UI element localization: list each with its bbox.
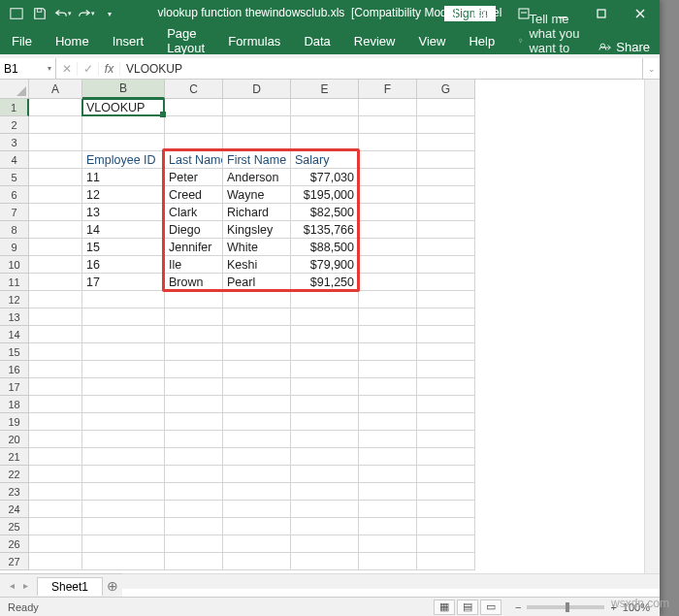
cell-D14[interactable] xyxy=(223,326,291,343)
row-header-18[interactable]: 18 xyxy=(0,396,29,413)
cell-E25[interactable] xyxy=(291,518,359,535)
cell-F15[interactable] xyxy=(359,343,417,361)
cell-G19[interactable] xyxy=(417,413,475,431)
cell-E2[interactable] xyxy=(291,116,359,134)
cell-A17[interactable] xyxy=(29,378,82,396)
cell-B12[interactable] xyxy=(82,291,165,308)
cell-C1[interactable] xyxy=(165,99,223,116)
tab-help[interactable]: Help xyxy=(457,27,506,54)
cell-A25[interactable] xyxy=(29,518,82,535)
cell-A4[interactable] xyxy=(29,151,82,169)
row-header-20[interactable]: 20 xyxy=(0,431,29,448)
tab-home[interactable]: Home xyxy=(44,27,101,54)
cell-E18[interactable] xyxy=(291,396,359,413)
cell-C10[interactable]: Ile xyxy=(165,256,223,274)
cell-G4[interactable] xyxy=(417,151,475,169)
row-header-5[interactable]: 5 xyxy=(0,169,29,186)
sheet-tab-active[interactable]: Sheet1 xyxy=(37,577,103,596)
cell-E12[interactable] xyxy=(291,291,359,308)
cell-G14[interactable] xyxy=(417,326,475,343)
cell-G17[interactable] xyxy=(417,378,475,396)
tab-formulas[interactable]: Formulas xyxy=(216,27,292,54)
cell-G3[interactable] xyxy=(417,134,475,151)
redo-button[interactable]: ▾ xyxy=(76,3,97,24)
select-all-button[interactable] xyxy=(0,80,29,99)
cell-E24[interactable] xyxy=(291,501,359,518)
cell-D10[interactable]: Keshi xyxy=(223,256,291,274)
expand-formula-bar[interactable]: ⌄ xyxy=(642,58,660,79)
cell-G2[interactable] xyxy=(417,116,475,134)
cell-G27[interactable] xyxy=(417,553,475,570)
file-tab[interactable]: File xyxy=(0,27,44,54)
cell-B18[interactable] xyxy=(82,396,165,413)
row-header-22[interactable]: 22 xyxy=(0,466,29,483)
cell-D4[interactable]: First Name xyxy=(223,151,291,169)
cell-B22[interactable] xyxy=(82,466,165,483)
cell-E8[interactable]: $135,766 xyxy=(291,221,359,239)
cell-D12[interactable] xyxy=(223,291,291,308)
cell-E15[interactable] xyxy=(291,343,359,361)
cell-A11[interactable] xyxy=(29,274,82,291)
cell-D25[interactable] xyxy=(223,518,291,535)
cell-E22[interactable] xyxy=(291,466,359,483)
cell-G12[interactable] xyxy=(417,291,475,308)
cell-G15[interactable] xyxy=(417,343,475,361)
cell-G24[interactable] xyxy=(417,501,475,518)
row-header-7[interactable]: 7 xyxy=(0,204,29,221)
cell-A12[interactable] xyxy=(29,291,82,308)
cell-G1[interactable] xyxy=(417,99,475,116)
row-header-24[interactable]: 24 xyxy=(0,501,29,518)
cell-B27[interactable] xyxy=(82,553,165,570)
cell-F14[interactable] xyxy=(359,326,417,343)
save-button[interactable] xyxy=(29,3,50,24)
cells-area[interactable]: VLOOKUPEmployee IDLast NameFirst NameSal… xyxy=(29,99,475,573)
cell-A16[interactable] xyxy=(29,361,82,378)
cell-F27[interactable] xyxy=(359,553,417,570)
cell-B8[interactable]: 14 xyxy=(82,221,165,239)
tab-insert[interactable]: Insert xyxy=(101,27,156,54)
cell-G20[interactable] xyxy=(417,431,475,448)
cell-C26[interactable] xyxy=(165,535,223,553)
column-header-B[interactable]: B xyxy=(82,80,165,99)
enter-formula-button[interactable]: ✓ xyxy=(78,62,99,76)
cell-B20[interactable] xyxy=(82,431,165,448)
cell-E19[interactable] xyxy=(291,413,359,431)
cell-C21[interactable] xyxy=(165,448,223,466)
cell-B11[interactable]: 17 xyxy=(82,274,165,291)
cell-A27[interactable] xyxy=(29,553,82,570)
row-header-12[interactable]: 12 xyxy=(0,291,29,308)
cell-G21[interactable] xyxy=(417,448,475,466)
cell-G6[interactable] xyxy=(417,186,475,204)
cell-D21[interactable] xyxy=(223,448,291,466)
cell-E17[interactable] xyxy=(291,378,359,396)
cell-A1[interactable] xyxy=(29,99,82,116)
cell-A20[interactable] xyxy=(29,431,82,448)
cell-C4[interactable]: Last Name xyxy=(165,151,223,169)
cell-G23[interactable] xyxy=(417,483,475,501)
cell-G9[interactable] xyxy=(417,239,475,256)
cell-D13[interactable] xyxy=(223,308,291,326)
row-header-19[interactable]: 19 xyxy=(0,413,29,431)
cell-B24[interactable] xyxy=(82,501,165,518)
cell-F17[interactable] xyxy=(359,378,417,396)
vertical-scrollbar[interactable] xyxy=(644,80,660,573)
cell-D8[interactable]: Kingsley xyxy=(223,221,291,239)
cell-E9[interactable]: $88,500 xyxy=(291,239,359,256)
cell-B26[interactable] xyxy=(82,535,165,553)
cell-D23[interactable] xyxy=(223,483,291,501)
cell-A3[interactable] xyxy=(29,134,82,151)
cell-D26[interactable] xyxy=(223,535,291,553)
row-header-9[interactable]: 9 xyxy=(0,239,29,256)
row-header-16[interactable]: 16 xyxy=(0,361,29,378)
name-box[interactable]: B1▾ xyxy=(0,58,56,79)
cell-A8[interactable] xyxy=(29,221,82,239)
cell-E21[interactable] xyxy=(291,448,359,466)
cell-F26[interactable] xyxy=(359,535,417,553)
page-layout-view-button[interactable]: ▤ xyxy=(457,600,478,615)
cell-A18[interactable] xyxy=(29,396,82,413)
row-header-2[interactable]: 2 xyxy=(0,116,29,134)
cell-C17[interactable] xyxy=(165,378,223,396)
share-button[interactable]: Share xyxy=(598,40,650,54)
cell-E5[interactable]: $77,030 xyxy=(291,169,359,186)
cell-F5[interactable] xyxy=(359,169,417,186)
